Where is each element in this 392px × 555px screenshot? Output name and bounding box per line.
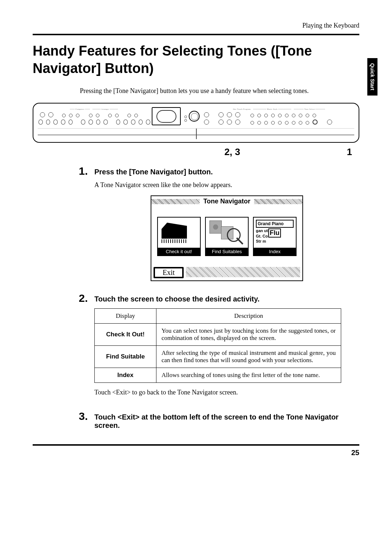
step-number-2: 2.: [33, 292, 94, 403]
instrument-icon: [209, 220, 222, 234]
keyboard-diagram: •••••• Composer •••••• •••••••••• Arrang…: [33, 103, 359, 143]
table-row: Check It Out! You can select tones just …: [95, 324, 341, 346]
card-find-suitables: Find Suitables: [205, 217, 249, 256]
row-label-index: Index: [95, 368, 156, 383]
step-1-text: A Tone Navigator screen like the one bel…: [94, 181, 359, 189]
tone-navigator-button-icon: [313, 119, 318, 125]
step-3-heading: Touch <Exit> at the bottom left of the s…: [94, 410, 359, 430]
step-2-heading: Touch the screen to choose the desired a…: [94, 292, 359, 303]
step-number-1: 1.: [33, 165, 94, 285]
card-label-find: Find Suitables: [206, 248, 248, 255]
activity-table: Display Description Check It Out! You ca…: [94, 308, 341, 383]
card-label-check: Check it out!: [158, 248, 200, 255]
step-1-heading: Press the [Tone Navigator] button.: [94, 165, 359, 176]
row-desc-find: After selecting the type of musical inst…: [156, 346, 341, 368]
footer-rule: [33, 444, 359, 446]
side-tab-quick-start: Quick Start: [367, 58, 377, 96]
table-row: Find Suitable After selecting the type o…: [95, 346, 341, 368]
card-label-index: Index: [254, 248, 296, 255]
diagram-label-23: 2, 3: [127, 146, 338, 158]
dial-icon: [189, 111, 200, 122]
diagram-step-labels: 2, 3 1: [33, 146, 359, 158]
hatch-pattern-icon: [254, 199, 302, 204]
hatch-pattern-icon: [186, 267, 300, 277]
hatch-pattern-icon: [151, 199, 200, 204]
diagram-label-1: 1: [338, 146, 352, 158]
header-section: Playing the Keyboard: [33, 22, 359, 29]
row-label-find: Find Suitable: [95, 346, 156, 368]
index-line-3: Str m: [256, 239, 294, 244]
header-rule: [33, 34, 359, 35]
tone-nav-title: Tone Navigator: [200, 198, 254, 205]
card-check-it-out: Check it out!: [157, 217, 201, 256]
card-index: Grand Piano gan ute Gt. Co Str m Flu Ind…: [253, 217, 297, 256]
row-label-check: Check It Out!: [95, 324, 156, 346]
table-row: Index Allows searching of tones using th…: [95, 368, 341, 383]
exit-button-image: Exit: [154, 267, 184, 278]
row-desc-index: Allows searching of tones using the firs…: [156, 368, 341, 383]
lcd-screen-icon: [152, 107, 181, 125]
row-desc-check: You can select tones just by touching ic…: [156, 324, 341, 346]
piano-keys-icon: [38, 128, 354, 139]
index-top-text: Grand Piano: [256, 220, 294, 228]
page-title: Handy Features for Selecting Tones ([Ton…: [33, 42, 359, 77]
step-number-3: 3.: [33, 410, 94, 435]
page-number: 25: [33, 449, 359, 457]
magnifier-handle-icon: [236, 238, 244, 245]
intro-text: Pressing the [Tone Navigator] button let…: [80, 87, 359, 95]
table-note: Touch <Exit> to go back to the Tone Navi…: [94, 389, 359, 396]
tone-navigator-screenshot: Tone Navigator Check it out!: [151, 195, 303, 281]
index-flu-overlay: Flu: [268, 228, 281, 238]
grand-piano-icon: [162, 223, 187, 243]
table-header-display: Display: [95, 309, 156, 324]
table-header-description: Description: [156, 309, 341, 324]
